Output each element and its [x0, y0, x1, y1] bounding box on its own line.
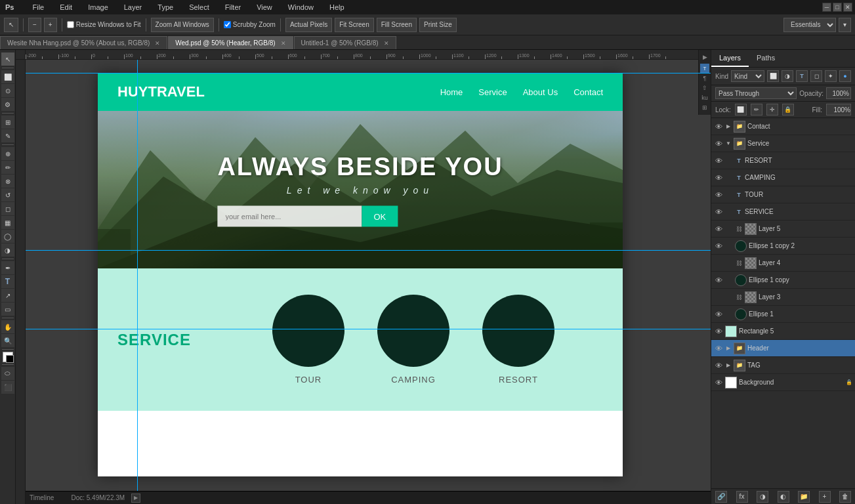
actual-pixels-btn[interactable]: Actual Pixels: [285, 18, 332, 32]
menu-view[interactable]: View: [254, 2, 275, 12]
foreground-color[interactable]: [3, 352, 13, 362]
tab-website-nha-hang[interactable]: Wesite Nha Hang.psd @ 50% (About us, RGB…: [0, 36, 167, 49]
group-btn[interactable]: 📁: [798, 491, 810, 503]
tool-options-btn[interactable]: ↖: [4, 18, 18, 32]
expand-service[interactable]: ▼: [725, 140, 732, 147]
collapse-icon-2[interactable]: T: [700, 64, 709, 73]
pen-tool[interactable]: ✒: [1, 261, 14, 274]
filter-type-select[interactable]: Kind: [731, 70, 764, 82]
menu-type[interactable]: Type: [155, 2, 176, 12]
healing-tool[interactable]: ⊕: [1, 147, 14, 160]
ok-button[interactable]: OK: [362, 206, 398, 227]
maximize-button[interactable]: □: [833, 3, 842, 12]
clone-tool[interactable]: ⊗: [1, 175, 14, 188]
menu-file[interactable]: File: [30, 2, 47, 12]
screen-mode[interactable]: ⬛: [1, 381, 14, 394]
menu-edit[interactable]: Edit: [57, 2, 75, 12]
move-tool[interactable]: ↖: [1, 52, 14, 66]
gradient-tool[interactable]: ▦: [1, 216, 14, 229]
fill-screen-btn[interactable]: Fill Screen: [377, 18, 417, 32]
layer-4[interactable]: ⛓ Layer 4: [711, 255, 855, 272]
eye-service-text[interactable]: 👁: [714, 207, 723, 217]
filter-pixel-btn[interactable]: ⬜: [767, 70, 779, 82]
lock-transparent-btn[interactable]: ⬜: [735, 104, 747, 116]
layer-style-btn[interactable]: fx: [736, 491, 748, 503]
layer-tour[interactable]: 👁 T TOUR: [711, 186, 855, 203]
eye-ellipse1[interactable]: 👁: [714, 310, 723, 319]
eye-header[interactable]: 👁: [714, 344, 723, 353]
menu-image[interactable]: Image: [85, 2, 111, 12]
layer-3[interactable]: ⛓ Layer 3: [711, 289, 855, 306]
layer-ellipse1copy[interactable]: 👁 Ellipse 1 copy: [711, 272, 855, 289]
eye-ellipse1copy[interactable]: 👁: [714, 276, 723, 285]
layer-tag[interactable]: 👁 ▶ 📁 TAG: [711, 357, 855, 374]
layer-service-text[interactable]: 👁 T SERVICE: [711, 203, 855, 220]
fit-screen-btn[interactable]: Fit Screen: [335, 18, 374, 32]
layer-ellipse1[interactable]: 👁 Ellipse 1: [711, 306, 855, 323]
eye-contact[interactable]: 👁: [714, 122, 723, 131]
brush-tool[interactable]: ✏: [1, 161, 14, 174]
collapse-icon-5[interactable]: ku: [700, 93, 709, 102]
nav-contact[interactable]: Contact: [573, 87, 603, 97]
zoom-in-btn[interactable]: +: [44, 18, 57, 32]
layer-contact[interactable]: 👁 ▶ 📁 Contact: [711, 118, 855, 135]
nav-service[interactable]: Service: [478, 87, 507, 97]
layer-ellipse1copy2[interactable]: 👁 Ellipse 1 copy 2: [711, 238, 855, 255]
quick-select-tool[interactable]: ⚙: [1, 98, 14, 111]
marquee-tool[interactable]: ⬜: [1, 70, 14, 83]
eye-layer5[interactable]: 👁: [714, 224, 723, 234]
layer-resort[interactable]: 👁 T RESORT: [711, 152, 855, 169]
link-layers-btn[interactable]: 🔗: [715, 491, 727, 503]
filter-adjust-btn[interactable]: ◑: [782, 70, 793, 82]
scrubby-zoom-checkbox[interactable]: [224, 21, 231, 28]
eye-tour[interactable]: 👁: [714, 190, 723, 200]
tab-untitled[interactable]: Untitled-1 @ 50% (RGB/8) ✕: [294, 36, 396, 49]
path-select-tool[interactable]: ↗: [1, 289, 14, 302]
dodge-tool[interactable]: ◑: [1, 243, 14, 257]
tab-paths[interactable]: Paths: [749, 50, 783, 67]
layer-camping[interactable]: 👁 T CAMPING: [711, 169, 855, 186]
menu-layer[interactable]: Layer: [121, 2, 145, 12]
layer-5[interactable]: 👁 ⛓ Layer 5: [711, 220, 855, 238]
canvas-area[interactable]: HUYTRAVEL Home Service About Us Contact: [16, 50, 711, 504]
timeline-expand-btn[interactable]: ▶: [131, 494, 140, 503]
menu-select[interactable]: Select: [186, 2, 212, 12]
eraser-tool[interactable]: ◻: [1, 202, 14, 215]
collapse-icon-3[interactable]: ¶: [700, 74, 709, 83]
workspace-dropdown[interactable]: Essentials: [783, 18, 836, 32]
resize-windows-checkbox[interactable]: [67, 21, 74, 28]
expand-contact[interactable]: ▶: [725, 123, 732, 130]
tab-wed[interactable]: Wed.psd @ 50% (Header, RGB/8) ✕: [168, 36, 293, 49]
layer-background[interactable]: 👁 Background 🔒: [711, 374, 855, 391]
crop-tool[interactable]: ⊞: [1, 116, 14, 129]
eye-rect5[interactable]: 👁: [714, 327, 723, 336]
quick-mask[interactable]: ⬭: [1, 367, 14, 380]
lasso-tool[interactable]: ⊙: [1, 84, 14, 97]
fill-input[interactable]: [826, 104, 851, 116]
menu-filter[interactable]: Filter: [222, 2, 243, 12]
minimize-button[interactable]: ─: [822, 3, 831, 12]
adjustment-btn[interactable]: ◐: [778, 491, 789, 503]
resize-windows-check[interactable]: Resize Windows to Fit: [67, 21, 141, 28]
nav-home[interactable]: Home: [440, 87, 463, 97]
hand-tool[interactable]: ✋: [1, 320, 14, 333]
tab-close-1[interactable]: ✕: [281, 40, 286, 47]
eye-tag[interactable]: 👁: [714, 361, 723, 370]
email-input[interactable]: [217, 206, 362, 227]
tab-layers[interactable]: Layers: [711, 50, 749, 67]
layers-list[interactable]: 👁 ▶ 📁 Contact 👁 ▼ 📁 Service 👁: [711, 118, 855, 488]
eye-background[interactable]: 👁: [714, 378, 723, 387]
layer-mask-btn[interactable]: ◑: [757, 491, 768, 503]
filter-sm-btn[interactable]: ✦: [825, 70, 837, 82]
filter-type-btn[interactable]: T: [796, 70, 808, 82]
eye-layer3[interactable]: [714, 293, 723, 302]
tab-close-2[interactable]: ✕: [384, 40, 389, 47]
collapse-icon-4[interactable]: ⇧: [700, 83, 709, 93]
close-button[interactable]: ✕: [843, 3, 852, 12]
menu-help[interactable]: Help: [327, 2, 347, 12]
lock-all-btn[interactable]: 🔒: [782, 104, 794, 116]
eyedropper-tool[interactable]: ✎: [1, 129, 14, 142]
delete-layer-btn[interactable]: 🗑: [839, 491, 851, 503]
opacity-input[interactable]: [826, 87, 851, 99]
menu-window[interactable]: Window: [285, 2, 316, 12]
